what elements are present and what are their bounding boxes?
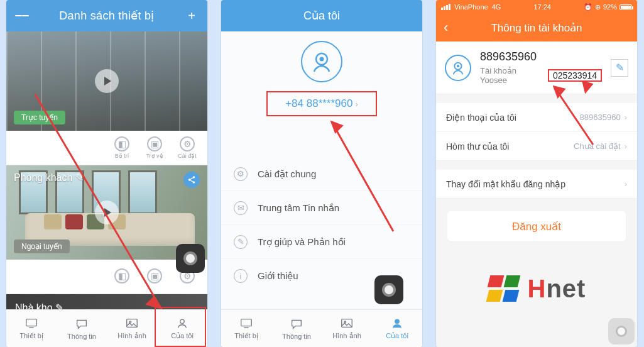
svg-point-10 [320,57,324,62]
avatar-icon [445,55,471,81]
battery-icon [619,4,632,10]
chevron-right-icon: › [625,179,627,189]
nav-devices[interactable]: Thiết bị [221,310,271,347]
edit-icon[interactable]: ✎ [611,59,628,77]
bottom-nav: Thiết bị Thông tin Hình ảnh Của tôi [221,309,422,347]
menu-icon[interactable] [15,9,29,23]
info-icon: i [234,269,248,283]
phone-number-box[interactable]: +84 88****960› [266,91,377,116]
signal-icon [441,4,450,10]
annotation-arrow [35,94,173,321]
header-title: Của tôi [221,0,422,31]
header-bar: ‹ Thông tin tài khoản [436,14,637,41]
account-number: 889635960 [480,50,602,63]
phone-screen-device-list: Danh sách thiết bị + Trực tuyến ◧Bố trí … [6,0,207,347]
account-sub-label: Tài khoản Yoosee [480,66,544,85]
person-icon [390,317,404,329]
logout-button[interactable]: Đăng xuất [447,211,626,241]
help-icon: ✎ [234,235,248,249]
status-bar: VinaPhone 4G 17:24 ⏰ ⊕ 92% [436,0,637,14]
annotation-arrow [549,82,612,157]
gear-icon: ⚙ [234,167,248,181]
carrier-label: VinaPhone [454,3,488,11]
header-bar: Danh sách thiết bị + [6,0,207,31]
battery-label: 92% [603,3,617,11]
annotation-arrow [328,118,410,244]
time-label: 17:24 [533,3,551,11]
action-settings[interactable]: ⚙Cài đặt [172,136,202,159]
phone-screen-mine: Của tôi +84 88****960› ⚙ Cài đặt chung ✉… [221,0,422,347]
network-label: 4G [492,3,501,11]
svg-point-2 [193,181,195,184]
chevron-right-icon: › [625,141,627,151]
hnet-logo-icon [488,275,520,303]
alarm-icon: ⏰ [584,3,592,11]
svg-marker-16 [332,122,342,132]
nav-info[interactable]: Thông tin [271,310,322,347]
header-title: Danh sách thiết bị [29,9,185,23]
row-change-password[interactable]: Thay đổi mật khẩu đăng nhập › [436,170,637,199]
svg-line-7 [35,94,161,308]
add-device-icon[interactable]: + [185,9,199,23]
chevron-right-icon: › [355,99,357,109]
brand-watermark: Hnet [436,275,637,303]
svg-line-15 [332,122,393,231]
svg-point-5 [129,321,131,323]
profile-section: +84 88****960› [221,31,422,126]
devices-icon [239,317,253,329]
svg-marker-20 [554,87,564,97]
avatar-icon [301,41,342,82]
message-icon: ✉ [234,201,248,215]
chevron-right-icon: › [625,113,627,122]
svg-point-14 [395,319,399,323]
share-icon[interactable] [183,172,200,188]
svg-rect-11 [241,319,252,326]
nav-images[interactable]: Hình ảnh [322,310,372,347]
phone-screen-account-info: VinaPhone 4G 17:24 ⏰ ⊕ 92% ‹ Thông tin t… [436,0,637,347]
assistive-touch-icon[interactable] [374,275,403,304]
svg-point-1 [188,179,191,181]
play-icon[interactable] [95,69,119,93]
account-id-box: 025233914 [548,69,602,82]
nav-mine[interactable]: Của tôi [372,310,422,347]
assistive-touch-icon[interactable] [608,318,635,344]
header-title: Thông tin tài khoản [444,21,630,35]
assistive-touch-icon[interactable] [176,244,205,273]
svg-point-13 [344,321,346,323]
image-icon [340,317,354,329]
svg-marker-21 [583,82,592,92]
chat-icon [290,317,303,330]
svg-point-18 [457,65,459,67]
svg-point-0 [193,176,195,179]
